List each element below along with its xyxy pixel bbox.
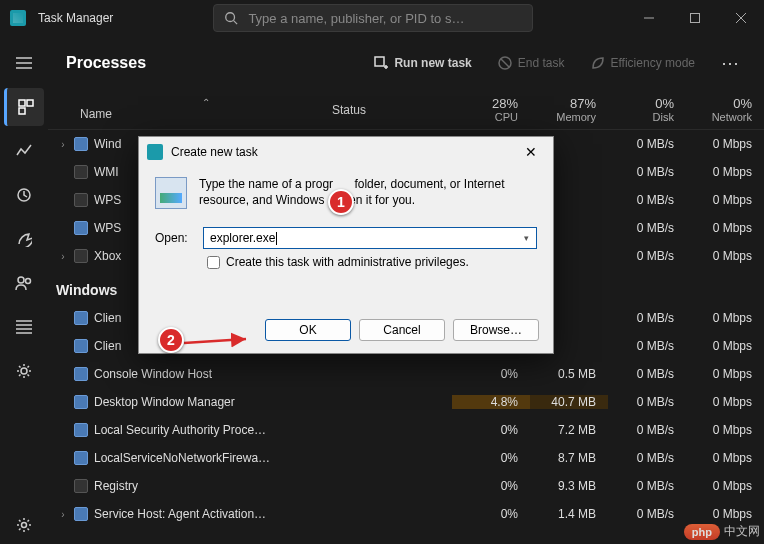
- maximize-button[interactable]: [672, 0, 718, 36]
- expand-icon[interactable]: ›: [56, 251, 70, 262]
- open-input[interactable]: explorer.exe ▾: [203, 227, 537, 249]
- disk-cell: 0 MB/s: [608, 423, 686, 437]
- process-icon: [74, 165, 88, 179]
- cpu-header-value: 28%: [452, 96, 518, 111]
- table-row[interactable]: Console Window Host0%0.5 MB0 MB/s0 Mbps: [48, 360, 764, 388]
- net-cell: 0 Mbps: [686, 137, 764, 151]
- net-cell: 0 Mbps: [686, 423, 764, 437]
- net-cell: 0 Mbps: [686, 165, 764, 179]
- disk-header-label: Disk: [608, 111, 674, 123]
- memory-header-value: 87%: [530, 96, 596, 111]
- nav-history[interactable]: [4, 176, 44, 214]
- create-task-dialog: Create new task ✕ Type the name of a pro…: [138, 136, 554, 354]
- efficiency-mode-button[interactable]: Efficiency mode: [585, 52, 702, 74]
- process-name: Wind: [94, 137, 121, 151]
- table-row[interactable]: LocalServiceNoNetworkFirewa…0%8.7 MB0 MB…: [48, 444, 764, 472]
- col-status[interactable]: Status: [332, 103, 452, 117]
- dialog-close-button[interactable]: ✕: [517, 144, 545, 160]
- process-name-cell: LocalServiceNoNetworkFirewa…: [70, 451, 332, 465]
- svg-rect-21: [375, 57, 384, 66]
- process-name-cell: Registry: [70, 479, 332, 493]
- minimize-button[interactable]: [626, 0, 672, 36]
- mem-cell: 7.2 MB: [530, 423, 608, 437]
- mem-cell: 1.4 MB: [530, 507, 608, 521]
- leaf-icon: [591, 56, 605, 70]
- nav-processes[interactable]: [4, 88, 44, 126]
- process-name: Local Security Authority Proce…: [94, 423, 266, 437]
- dropdown-icon[interactable]: ▾: [518, 230, 534, 246]
- svg-point-13: [18, 277, 24, 283]
- col-disk[interactable]: 0% Disk: [608, 96, 686, 123]
- net-cell: 0 Mbps: [686, 367, 764, 381]
- net-cell: 0 Mbps: [686, 395, 764, 409]
- process-name: Console Window Host: [94, 367, 212, 381]
- hamburger-button[interactable]: [4, 44, 44, 82]
- table-row[interactable]: Local Security Authority Proce…0%7.2 MB0…: [48, 416, 764, 444]
- process-icon: [74, 423, 88, 437]
- table-header: ⌃ Name Status 28% CPU 87% Memory 0% Disk…: [48, 90, 764, 130]
- process-icon: [74, 479, 88, 493]
- close-button[interactable]: [718, 0, 764, 36]
- mem-cell: 40.7 MB: [530, 395, 608, 409]
- table-row[interactable]: Registry0%9.3 MB0 MB/s0 Mbps: [48, 472, 764, 500]
- col-network[interactable]: 0% Network: [686, 96, 764, 123]
- process-icon: [74, 367, 88, 381]
- process-name: Clien: [94, 311, 121, 325]
- callout-1: 1: [328, 189, 354, 215]
- end-task-icon: [498, 56, 512, 70]
- nav-startup[interactable]: [4, 220, 44, 258]
- nav-users[interactable]: [4, 264, 44, 302]
- memory-header-label: Memory: [530, 111, 596, 123]
- col-memory[interactable]: 87% Memory: [530, 96, 608, 123]
- cpu-cell: 0%: [452, 423, 530, 437]
- expand-icon[interactable]: ›: [56, 139, 70, 150]
- cpu-cell: 0%: [452, 479, 530, 493]
- table-row[interactable]: Desktop Window Manager4.8%40.7 MB0 MB/s0…: [48, 388, 764, 416]
- process-name: WPS: [94, 193, 121, 207]
- process-icon: [74, 339, 88, 353]
- watermark-text: 中文网: [724, 523, 760, 540]
- run-task-icon: [374, 56, 388, 70]
- cancel-button[interactable]: Cancel: [359, 319, 445, 341]
- sort-indicator-icon: ⌃: [80, 99, 332, 107]
- admin-label: Create this task with administrative pri…: [226, 255, 469, 269]
- search-box[interactable]: Type a name, publisher, or PID to s…: [213, 4, 533, 32]
- cpu-header-label: CPU: [452, 111, 518, 123]
- net-cell: 0 Mbps: [686, 451, 764, 465]
- nav-settings[interactable]: [4, 506, 44, 544]
- run-new-task-button[interactable]: Run new task: [368, 52, 477, 74]
- end-task-button[interactable]: End task: [492, 52, 571, 74]
- process-icon: [74, 395, 88, 409]
- nav-performance[interactable]: [4, 132, 44, 170]
- callout-2-arrow: [184, 333, 264, 356]
- nav-details[interactable]: [4, 308, 44, 346]
- dialog-description: Type the name of a progrxxx folder, docu…: [199, 177, 537, 208]
- col-cpu[interactable]: 28% CPU: [452, 96, 530, 123]
- watermark: php 中文网: [684, 523, 760, 540]
- search-placeholder: Type a name, publisher, or PID to s…: [248, 11, 464, 26]
- browse-button[interactable]: Browse…: [453, 319, 539, 341]
- net-cell: 0 Mbps: [686, 249, 764, 263]
- col-name[interactable]: ⌃ Name: [76, 99, 332, 121]
- admin-checkbox[interactable]: [207, 256, 220, 269]
- process-name: Service Host: Agent Activation…: [94, 507, 266, 521]
- more-button[interactable]: ⋯: [715, 52, 746, 74]
- ok-button[interactable]: OK: [265, 319, 351, 341]
- sidebar: [0, 36, 48, 544]
- process-icon: [74, 451, 88, 465]
- net-cell: 0 Mbps: [686, 479, 764, 493]
- process-name: WPS: [94, 221, 121, 235]
- disk-cell: 0 MB/s: [608, 479, 686, 493]
- svg-point-20: [22, 523, 27, 528]
- process-name: LocalServiceNoNetworkFirewa…: [94, 451, 270, 465]
- process-icon: [74, 249, 88, 263]
- open-label: Open:: [155, 231, 195, 245]
- run-dialog-icon: [155, 177, 187, 209]
- nav-services[interactable]: [4, 352, 44, 390]
- mem-cell: 0.5 MB: [530, 367, 608, 381]
- text-caret: [276, 232, 277, 245]
- expand-icon[interactable]: ›: [56, 509, 70, 520]
- run-new-task-label: Run new task: [394, 56, 471, 70]
- table-row[interactable]: ›Service Host: Agent Activation…0%1.4 MB…: [48, 500, 764, 528]
- svg-point-0: [226, 13, 235, 22]
